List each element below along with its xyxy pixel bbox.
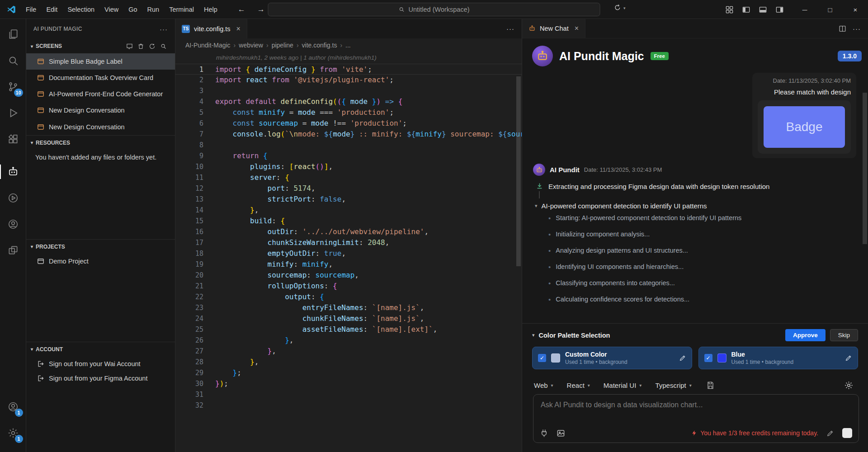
breadcrumb-item[interactable]: ... (345, 42, 351, 49)
menu-help[interactable]: Help (199, 0, 222, 19)
code-line[interactable]: 8 (175, 140, 522, 151)
color-checkbox[interactable]: ✓ (538, 354, 546, 362)
code-line[interactable]: 17 chunkSizeWarningLimit: 2048, (175, 237, 522, 248)
edit-color-icon[interactable] (845, 354, 852, 362)
color-checkbox[interactable]: ✓ (704, 354, 712, 362)
live-preview-icon[interactable] (2, 187, 24, 209)
code-line[interactable]: 6 const sourcemap = mode !== 'production… (175, 118, 522, 129)
code-line[interactable]: 10 plugins: [react()], (175, 161, 522, 172)
back-icon[interactable]: ← (238, 5, 245, 14)
code-line[interactable]: 24 chunkFileNames: `[name].js`, (175, 313, 522, 324)
editor-scrollbar[interactable] (515, 64, 522, 452)
code-line[interactable]: 23 entryFileNames: `[name].js`, (175, 302, 522, 313)
attach-image-icon[interactable] (557, 429, 565, 438)
code-line[interactable]: 19 minify: minify, (175, 259, 522, 270)
menu-selection[interactable]: Selection (62, 0, 99, 19)
remote-explorer-icon[interactable] (2, 240, 24, 261)
projects-section-header[interactable]: ▾ PROJECTS (26, 240, 175, 254)
settings-gear-icon[interactable]: 1 (2, 422, 24, 444)
scrollbar-thumb[interactable] (516, 76, 521, 266)
breadcrumb-item[interactable]: webview (239, 42, 263, 49)
chat-settings-gear-icon[interactable] (844, 381, 854, 390)
screen-item[interactable]: AI-Powered Front-End Code Generator (26, 86, 175, 102)
breadcrumb-item[interactable]: pipeline (272, 42, 293, 49)
menu-terminal[interactable]: Terminal (164, 0, 199, 19)
code-line[interactable]: 14 }, (175, 205, 522, 216)
screen-item[interactable]: New Design Conversation (26, 119, 175, 135)
split-editor-icon[interactable] (839, 25, 846, 33)
chat-input-box[interactable]: Ask AI Pundit to design a data visualiza… (533, 394, 859, 443)
account-section-header[interactable]: ▾ ACCOUNT (26, 342, 175, 357)
editor-more-actions-icon[interactable]: ··· (506, 25, 514, 33)
run-debug-icon[interactable] (2, 102, 24, 124)
maximize-button[interactable]: □ (817, 0, 843, 19)
trash-icon[interactable] (137, 43, 144, 50)
tab-close-icon[interactable]: × (236, 25, 241, 33)
refresh-icon[interactable] (149, 43, 156, 50)
code-line[interactable]: 2import react from '@vitejs/plugin-react… (175, 75, 522, 85)
tab-vite-config[interactable]: TS vite.config.ts × (175, 19, 247, 38)
screens-section-header[interactable]: ▾ SCREENS (26, 39, 175, 53)
stop-generation-button[interactable] (842, 428, 852, 438)
menu-view[interactable]: View (99, 0, 123, 19)
command-center-search[interactable]: Untitled (Workspace) (268, 3, 600, 16)
edit-color-icon[interactable] (679, 354, 686, 362)
code-line[interactable]: 30}); (175, 378, 522, 389)
code-line[interactable]: 1import { defineConfig } from 'vite'; (175, 64, 522, 75)
code-line[interactable]: 5 const minify = mode === 'production'; (175, 107, 522, 118)
comment-icon[interactable] (126, 43, 133, 50)
chat-profile-icon[interactable] (2, 213, 24, 235)
code-line[interactable]: 9 return { (175, 151, 522, 161)
sign-out-item[interactable]: Sign out from your Figma Account (26, 371, 175, 386)
search-icon[interactable] (160, 43, 167, 50)
code-line[interactable]: 4export default defineConfig(({ mode }) … (175, 96, 522, 107)
chat-scrollbar[interactable] (862, 38, 868, 452)
code-line[interactable]: 22 output: { (175, 292, 522, 302)
code-line[interactable]: 12 port: 5174, (175, 183, 522, 194)
code-line[interactable]: 20 sourcemap: sourcemap, (175, 270, 522, 281)
screen-item[interactable]: New Design Conversation (26, 102, 175, 118)
menu-edit[interactable]: Edit (41, 0, 62, 19)
code-line[interactable]: 13 strictPort: false, (175, 194, 522, 205)
code-line[interactable]: 25 assetFileNames: `[name].[ext]`, (175, 324, 522, 335)
code-line[interactable]: 16 outDir: '../../out/webview/pipeline', (175, 226, 522, 237)
toggle-secondary-sidebar-icon[interactable] (775, 5, 784, 14)
code-line[interactable]: 11 server: { (175, 172, 522, 183)
code-line[interactable]: 18 emptyOutDir: true, (175, 248, 522, 259)
palette-card[interactable]: ✓BlueUsed 1 time • background (698, 347, 859, 369)
pipeline-step-detect[interactable]: ▾ AI-powered component detection to iden… (533, 202, 856, 210)
breadcrumb-item[interactable]: vite.config.ts (302, 42, 337, 49)
minimize-button[interactable]: ─ (792, 0, 817, 19)
sign-out-item[interactable]: Sign out from your Wai Account (26, 357, 175, 371)
chat-tab-close-icon[interactable]: × (575, 24, 579, 33)
ai-pundit-view-icon[interactable] (2, 161, 24, 183)
design-preview-image[interactable]: Badge (758, 100, 851, 154)
menu-file[interactable]: File (21, 0, 41, 19)
code-line[interactable]: 27 }, (175, 346, 522, 357)
scrollbar-thumb[interactable] (863, 93, 867, 244)
resources-section-header[interactable]: ▾ RESOURCES (26, 136, 175, 150)
customize-layout-icon[interactable] (725, 5, 734, 14)
approve-button[interactable]: Approve (785, 329, 826, 341)
framework-dropdown-typescript[interactable]: Typescript▾ (655, 381, 691, 389)
code-line[interactable]: 28 }, (175, 357, 522, 367)
framework-dropdown-web[interactable]: Web▾ (534, 381, 553, 389)
save-settings-icon[interactable] (706, 381, 715, 390)
menu-go[interactable]: Go (123, 0, 142, 19)
extensions-icon[interactable] (2, 128, 24, 150)
edit-pencil-icon[interactable] (826, 429, 834, 437)
code-line[interactable]: 7 console.log(`\nmode: ${mode} :: minify… (175, 129, 522, 140)
code-line[interactable]: 21 rollupOptions: { (175, 281, 522, 292)
code-line[interactable]: 26 }, (175, 335, 522, 346)
code-editor[interactable]: 1import { defineConfig } from 'vite';2im… (175, 64, 522, 452)
framework-dropdown-material-ui[interactable]: Material UI▾ (604, 381, 642, 389)
chevron-down-icon[interactable]: ▾ (532, 332, 535, 338)
menu-run[interactable]: Run (142, 0, 165, 19)
framework-dropdown-react[interactable]: React▾ (567, 381, 590, 389)
publish-branch-button[interactable]: ▾ (614, 4, 626, 12)
toggle-sidebar-icon[interactable] (742, 5, 750, 14)
close-button[interactable]: × (843, 0, 868, 19)
toggle-panel-icon[interactable] (759, 5, 767, 14)
accounts-icon[interactable]: 1 (2, 396, 24, 418)
source-control-icon[interactable]: 10 (2, 76, 24, 98)
